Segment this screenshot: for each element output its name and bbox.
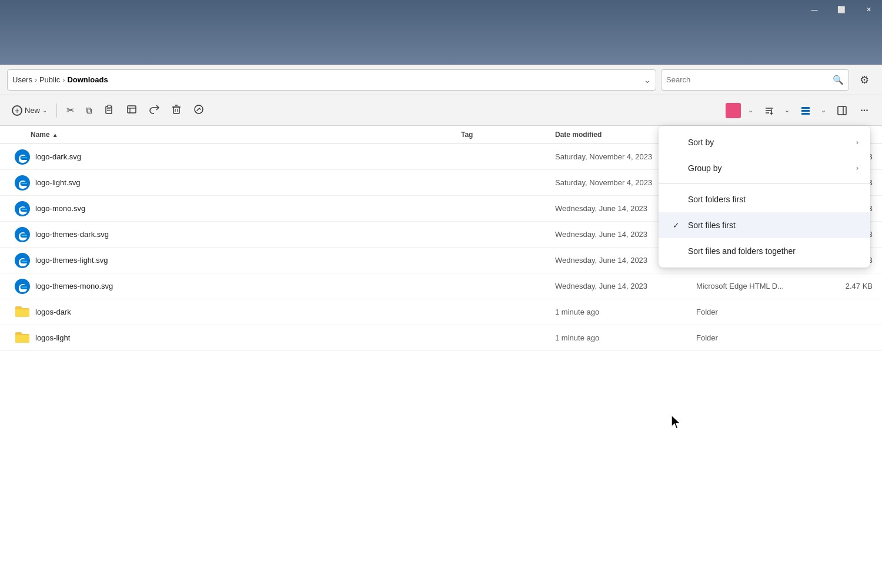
breadcrumb-sep-2: › <box>62 76 65 84</box>
view-options-group: ⌄ <box>795 100 830 121</box>
delete-button[interactable] <box>166 100 186 121</box>
close-button[interactable]: ✕ <box>855 0 882 19</box>
title-bar: — ⬜ ✕ <box>0 0 882 65</box>
file-name: logos-dark <box>35 308 461 316</box>
file-type: Folder <box>696 333 814 342</box>
file-icon-edge <box>14 149 31 165</box>
minimize-button[interactable]: — <box>801 0 828 19</box>
paste-icon <box>104 104 115 117</box>
toolbar-right: ⌄ ⌄ <box>723 100 875 121</box>
file-name: logo-dark.svg <box>35 152 461 161</box>
file-size: 2.47 KB <box>814 282 873 290</box>
breadcrumb-sep-1: › <box>35 76 37 84</box>
group-by-menu-item[interactable]: Group by › <box>659 155 870 181</box>
table-row[interactable]: logo-themes-mono.svg Wednesday, June 14,… <box>0 273 882 299</box>
paste-button[interactable] <box>99 100 119 121</box>
file-name: logo-themes-light.svg <box>35 256 461 265</box>
svg-rect-20 <box>838 106 846 115</box>
dropdown-separator <box>659 183 870 184</box>
column-name-header[interactable]: Name ▲ <box>31 131 461 139</box>
color-tag-button[interactable] <box>723 100 743 121</box>
file-icon-edge <box>14 252 31 269</box>
sort-together-menu-item[interactable]: Sort files and folders together <box>659 238 870 264</box>
delete-icon <box>171 104 182 117</box>
settings-icon[interactable]: ⚙ <box>854 69 875 91</box>
file-icon-edge <box>14 278 31 295</box>
sort-files-first-menu-item[interactable]: ✓ Sort files first <box>659 212 870 238</box>
main-content: Name ▲ Tag Date modified logo-da <box>0 126 882 588</box>
view-layout-button[interactable] <box>795 100 816 121</box>
sort-dropdown: Sort by › Group by › Sort folders first … <box>659 126 870 268</box>
sort-folders-first-label: Sort folders first <box>688 195 858 204</box>
copy-button[interactable]: ⧉ <box>81 100 97 121</box>
file-type: Folder <box>696 308 814 316</box>
sort-direction-chevron[interactable]: ⌄ <box>780 100 794 121</box>
new-chevron-icon: ⌄ <box>42 107 47 113</box>
sort-folders-first-menu-item[interactable]: Sort folders first <box>659 186 870 212</box>
table-row[interactable]: logos-dark 1 minute ago Folder <box>0 299 882 325</box>
sort-direction-button[interactable] <box>759 100 780 121</box>
rename-icon <box>126 104 137 117</box>
file-name: logos-light <box>35 333 461 342</box>
search-input[interactable] <box>666 75 829 84</box>
share-button[interactable] <box>144 100 164 121</box>
new-button[interactable]: + New ⌄ <box>7 100 52 121</box>
file-date: Wednesday, June 14, 2023 <box>555 282 696 290</box>
file-icon-edge <box>14 201 31 217</box>
file-name: logo-themes-dark.svg <box>35 230 461 239</box>
cut-icon: ✂ <box>66 105 74 116</box>
new-label: New <box>25 106 40 115</box>
more-options-button[interactable]: ··· <box>854 100 875 121</box>
folder-icon <box>14 304 31 320</box>
table-row[interactable]: logos-light 1 minute ago Folder <box>0 325 882 351</box>
file-name: logo-themes-mono.svg <box>35 282 461 290</box>
cut-button[interactable]: ✂ <box>62 100 79 121</box>
toolbar: + New ⌄ ✂ ⧉ <box>0 95 882 126</box>
breadcrumb-users[interactable]: Users <box>12 75 32 84</box>
rename-button[interactable] <box>122 100 142 121</box>
sort-files-first-check: ✓ <box>670 220 682 230</box>
file-date: 1 minute ago <box>555 333 696 342</box>
maximize-button[interactable]: ⬜ <box>828 0 855 19</box>
file-list-wrapper: Name ▲ Tag Date modified logo-da <box>0 126 882 588</box>
copy-icon: ⧉ <box>86 105 92 116</box>
sort-files-first-label: Sort files first <box>688 220 858 230</box>
group-by-label: Group by <box>688 163 850 173</box>
breadcrumb-public[interactable]: Public <box>39 75 60 84</box>
search-container: 🔍 <box>661 69 849 91</box>
breadcrumb-expand-icon[interactable]: ⌄ <box>644 75 651 85</box>
column-tag-header[interactable]: Tag <box>461 131 555 139</box>
group-by-submenu-icon: › <box>856 164 858 172</box>
breadcrumb[interactable]: Users › Public › Downloads ⌄ <box>7 69 656 91</box>
color-swatch <box>726 103 741 118</box>
sort-by-label: Sort by <box>688 138 850 147</box>
svg-rect-7 <box>173 107 179 113</box>
window-controls: — ⬜ ✕ <box>801 0 882 19</box>
properties-icon <box>193 104 204 117</box>
sort-by-submenu-icon: › <box>856 138 858 146</box>
color-button-group: ⌄ <box>723 100 757 121</box>
new-plus-icon: + <box>12 105 22 116</box>
sort-asc-icon: ▲ <box>52 132 58 138</box>
color-tag-chevron[interactable]: ⌄ <box>743 100 757 121</box>
panel-toggle-button[interactable] <box>831 100 853 121</box>
share-icon <box>149 104 159 117</box>
file-name: logo-light.svg <box>35 178 461 187</box>
file-date: 1 minute ago <box>555 308 696 316</box>
view-layout-chevron[interactable]: ⌄ <box>816 100 830 121</box>
file-icon-edge <box>14 226 31 243</box>
file-type: Microsoft Edge HTML D... <box>696 282 814 290</box>
sort-direction-group: ⌄ <box>759 100 794 121</box>
properties-button[interactable] <box>189 100 209 121</box>
cursor <box>670 414 682 433</box>
breadcrumb-downloads[interactable]: Downloads <box>67 75 108 84</box>
sort-by-menu-item[interactable]: Sort by › <box>659 129 870 155</box>
sort-together-label: Sort files and folders together <box>688 246 858 256</box>
search-icon[interactable]: 🔍 <box>833 75 844 85</box>
file-name: logo-mono.svg <box>35 204 461 213</box>
toolbar-separator-1 <box>56 103 57 118</box>
file-icon-edge <box>14 175 31 191</box>
folder-icon <box>14 330 31 346</box>
svg-rect-19 <box>801 113 810 115</box>
svg-rect-4 <box>128 106 136 113</box>
